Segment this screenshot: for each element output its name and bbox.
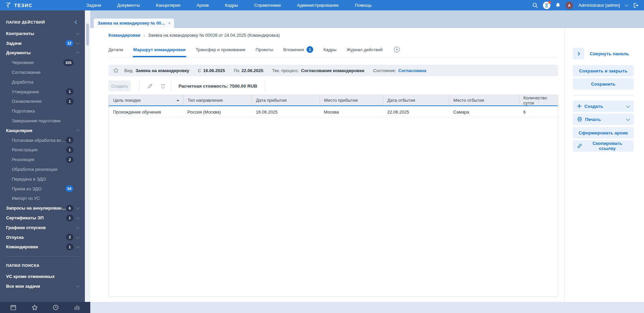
scrollbar-thumb[interactable] [86,24,89,45]
action-folders-title: ПАПКИ ДЕЙСТВИЙ [6,20,45,24]
sidebar-item-label: Утверждение [12,89,39,94]
field-label: Вид: [124,68,133,73]
sidebar-item[interactable]: Задачи 12 [0,38,85,48]
sidebar-item-label: Запросы на аннулирование [6,206,66,211]
column-label: Дата отбытия [387,98,415,103]
sidebar-collapse-icon[interactable] [73,20,78,25]
sidebar-item[interactable]: Обработка резолюции [0,164,85,174]
sidebar-item[interactable]: Графики отпусков [0,223,85,232]
top-menu-item[interactable]: Кадры [225,3,238,8]
chevron-icon [76,284,79,287]
sidebar-item[interactable]: Прием из ЭДО 54 [0,184,85,194]
sidebar-item[interactable]: Ознакомление 1 [0,97,85,106]
estimated-cost: Расчетная стоимость: 7500.00 RUB [179,84,257,89]
sidebar-item[interactable]: Документы [0,48,85,58]
tezis-logo-icon [5,2,11,8]
column-label: Количество суток [523,95,547,105]
print-dropdown-button[interactable]: Печать [573,114,634,125]
document-tab-label: Трансфер и проживание [196,47,246,52]
sidebar-item[interactable]: VC кроме отмененных [0,272,85,281]
top-menu-item[interactable]: Задачи [86,3,101,8]
sort-asc-icon [176,99,179,101]
sidebar-item[interactable]: Черновики 155 [0,58,85,67]
table-header-cell[interactable]: Место прибытия [320,95,383,106]
save-button[interactable]: Сохранить [573,78,634,90]
sidebar-item[interactable]: Подготовка [0,106,85,116]
table-header-cell[interactable]: Количество суток [519,95,539,106]
sidebar-item[interactable]: Передача в ЭДО [0,174,85,184]
top-menu-item[interactable]: Справочники [254,3,281,8]
create-button[interactable]: Создать [108,81,131,91]
document-tab[interactable]: Маршрут командировки [133,42,186,57]
sidebar-item[interactable]: Контрагенты [0,29,85,38]
sidebar-item[interactable]: Доработка [0,77,85,87]
top-menu-item[interactable]: Администрирование [297,3,339,8]
processes-hourglass-icon[interactable] [543,2,550,9]
user-menu-chevron-icon[interactable] [624,3,628,6]
top-menu-item[interactable]: Архив [196,3,208,8]
sidebar-item-label: Доработка [12,80,33,85]
user-name[interactable]: Administrator [admin] [578,3,620,8]
document-tab[interactable]: Детали [108,42,123,57]
sidebar-item[interactable]: Утверждение 1 [0,87,85,97]
favorite-star-icon[interactable] [113,67,119,73]
document-tab[interactable]: Вложения 1 [283,42,313,57]
table-header-cell[interactable]: Дата прибытия [252,95,320,106]
breadcrumb-link[interactable]: Командировки [108,33,140,38]
sidebar-item[interactable]: Канцелярия [0,126,85,135]
infobar-fields: Вид: Заявка на командировку С 16.06.2025… [124,68,426,73]
sidebar-item[interactable]: Запросы на аннулирование 6 [0,203,85,213]
logout-icon[interactable] [633,2,639,8]
count-badge: 1 [66,98,73,105]
document-tab[interactable]: Проекты [256,42,273,57]
sidebar-item[interactable]: Сертификаты ЭП 1 [0,213,85,223]
document-tab[interactable]: Журнал действий [347,42,383,57]
tezis-app: ТЕЗИС ЗадачиДокументыКанцелярияАрхивКадр… [0,0,644,313]
bell-icon[interactable] [555,2,561,8]
create-archive-button[interactable]: Сформировать архив [573,127,634,138]
avatar[interactable]: A [566,2,573,9]
sidebar-scrollbar[interactable] [85,10,90,302]
table-header-cell[interactable]: Место отбытия [449,95,519,106]
chevron-down-icon [626,104,630,107]
document-tab[interactable]: Кадры [323,42,336,57]
table-header-cell[interactable]: Цель поездки [109,95,184,106]
search-icon[interactable] [532,2,538,8]
delete-trash-icon[interactable] [160,83,166,89]
sidebar-item[interactable]: Завершение подготовки [0,116,85,126]
history-icon[interactable] [53,304,59,311]
sidebar-item-label: Регистрация [12,147,37,152]
sidebar-item[interactable]: Все мои задачи [0,281,85,291]
sidebar-item[interactable]: Командировки 1 [0,242,85,252]
calendar-icon[interactable] [10,304,17,311]
top-menu-item[interactable]: Документы [117,3,140,8]
sidebar-item[interactable]: Согласование [0,67,85,77]
column-label: Место прибытия [324,98,358,103]
copy-link-button[interactable]: Скопировать ссылку [573,140,634,152]
sidebar-item[interactable]: Отпуска 2 [0,232,85,242]
top-menu-item[interactable]: Помощь [355,3,372,8]
table-header-cell[interactable]: Тип направления [184,95,252,106]
sidebar-item[interactable]: Регистрация 1 [0,145,85,155]
chevron-right-icon[interactable] [573,48,584,59]
save-and-close-button[interactable]: Сохранить и закрыть [573,65,634,76]
sidebar-item[interactable]: Потоковая обработка вхо... 1 [0,135,85,145]
sidebar-item-label: Сертификаты ЭП [6,215,44,220]
chevron-icon [76,245,79,248]
collapse-panel-control[interactable]: Свернуть панель [573,48,634,59]
sidebar-item-label: Потоковая обработка вхо... [12,138,66,143]
favorites-star-icon[interactable] [31,304,38,311]
reports-chart-icon[interactable] [74,304,80,311]
edit-pencil-icon[interactable] [147,83,153,89]
sidebar-item[interactable]: Импорт из УС [0,194,85,204]
top-menu-item[interactable]: Канцелярия [156,3,180,8]
window-tab[interactable]: Заявка на командировку № 00026 от 24.04.… [94,19,174,28]
create-dropdown-button[interactable]: Создать [573,100,634,112]
add-tab-icon[interactable] [393,46,400,53]
chevron-slot [75,217,80,219]
document-tab[interactable]: Трансфер и проживание [196,42,246,57]
table-row[interactable]: Прохождение обучения Россия (Москва) 16.… [109,106,558,118]
table-header-cell[interactable]: Дата отбытия [383,95,449,106]
close-icon[interactable]: × [168,21,171,26]
sidebar-item[interactable]: Резолюция 2 [0,155,85,164]
